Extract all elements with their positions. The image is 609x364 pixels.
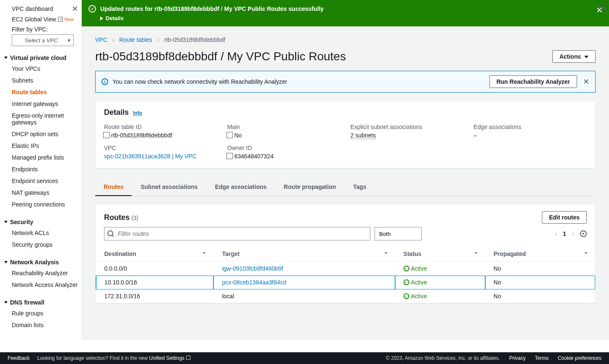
table-row[interactable]: 0.0.0.0/0 igw-09103fcb9fd460b9f ✓Active …: [96, 262, 595, 276]
routes-table: Destination Target Status Propagated 0.0…: [96, 246, 595, 303]
routes-title: Routes: [104, 213, 130, 222]
sidebar: VPC dashboard ✕ EC2 Global View New Filt…: [0, 0, 82, 340]
nav-egress-gateways[interactable]: Egress-only internet gateways: [4, 110, 81, 128]
search-icon: [107, 230, 113, 236]
routes-filter-select[interactable]: Both: [375, 227, 422, 240]
nav-group-analysis: Network Analysis Reachability Analyzer N…: [4, 257, 81, 291]
pager: ‹ 1 ›: [555, 230, 587, 238]
explicit-subnets-link[interactable]: 2 subnets: [351, 132, 376, 139]
table-row[interactable]: 172.31.0.0/16 local ✓Active No: [96, 289, 595, 303]
check-circle-icon: ✓: [88, 5, 96, 13]
footer-lang-text: Looking for language selection? Find it …: [37, 355, 190, 361]
nav-internet-gateways[interactable]: Internet gateways: [4, 98, 81, 110]
vpc-label: VPC: [104, 145, 217, 151]
nav-security-groups[interactable]: Security groups: [4, 239, 81, 250]
nav-reachability-analyzer[interactable]: Reachability Analyzer: [4, 267, 81, 279]
nav-group-header-vpc[interactable]: Virtual private cloud: [4, 53, 81, 63]
nav-endpoints[interactable]: Endpoints: [4, 163, 81, 175]
nav-subnets[interactable]: Subnets: [4, 75, 81, 86]
cell-status: ✓Active: [395, 289, 485, 303]
filter-vpc-select[interactable]: Select a VPC ▾: [12, 34, 74, 46]
caret-down-icon: [4, 221, 8, 223]
sort-icon: [384, 252, 388, 254]
breadcrumb-route-tables[interactable]: Route tables: [119, 36, 152, 43]
next-page-icon[interactable]: ›: [572, 230, 574, 238]
nav-your-vpcs[interactable]: Your VPCs: [4, 63, 81, 75]
unified-settings-link[interactable]: Unified Settings: [149, 355, 185, 361]
cell-status: ✓Active: [395, 262, 485, 276]
ec2-global-view-link[interactable]: EC2 Global View: [12, 16, 56, 23]
privacy-link[interactable]: Privacy: [509, 355, 526, 361]
col-status[interactable]: Status: [395, 246, 485, 262]
copy-icon[interactable]: [227, 154, 233, 159]
nav-network-access-analyzer[interactable]: Network Access Analyzer: [4, 279, 81, 291]
route-table-id-value: rtb-05d3189bf8debbbdf: [111, 132, 172, 139]
caret-down-icon: [584, 56, 588, 58]
main-label: Main: [227, 124, 341, 130]
edge-label: Edge associations: [474, 124, 587, 130]
check-circle-icon: ✓: [403, 279, 409, 285]
nav-elastic-ips[interactable]: Elastic IPs: [4, 140, 81, 152]
target-link[interactable]: pcx-08ceb1384aa3f84cd: [222, 279, 286, 286]
nav-group-vpc: Virtual private cloud Your VPCs Subnets …: [4, 53, 81, 210]
filter-routes-input[interactable]: [104, 227, 370, 240]
cell-target: local: [213, 289, 395, 303]
edit-routes-button[interactable]: Edit routes: [542, 211, 587, 224]
banner-title-text: Updated routes for rtb-05d3189bf8debbbdf…: [100, 5, 324, 12]
tab-edge-associations[interactable]: Edge associations: [206, 178, 275, 196]
banner-details-toggle[interactable]: Details: [100, 15, 602, 21]
nav-endpoint-services[interactable]: Endpoint services: [4, 175, 81, 187]
details-info-link[interactable]: Info: [133, 110, 142, 116]
help-icon[interactable]: i: [599, 3, 606, 11]
nav-group-dns: DNS firewall Rule groups Domain lists: [4, 297, 81, 331]
nav-network-acls[interactable]: Network ACLs: [4, 227, 81, 239]
copy-icon[interactable]: [104, 133, 109, 138]
nav-prefix-lists[interactable]: Managed prefix lists: [4, 152, 81, 163]
feedback-link[interactable]: Feedback: [8, 355, 30, 361]
breadcrumb-vpc[interactable]: VPC: [95, 36, 107, 43]
target-link[interactable]: igw-09103fcb9fd460b9f: [222, 265, 283, 272]
success-banner: ✓ Updated routes for rtb-05d3189bf8debbb…: [82, 0, 609, 26]
nav-nat-gateways[interactable]: NAT gateways: [4, 187, 81, 199]
cookie-preferences-link[interactable]: Cookie preferences: [558, 355, 601, 361]
col-destination[interactable]: Destination: [96, 246, 214, 262]
col-target[interactable]: Target: [213, 246, 395, 262]
nav-group-header-dns[interactable]: DNS firewall: [4, 297, 81, 307]
vpc-dashboard-link[interactable]: VPC dashboard: [12, 5, 53, 12]
run-reachability-button[interactable]: Run Reachability Analyzer: [489, 75, 577, 88]
cell-propagated: No: [485, 276, 595, 289]
routes-count: (3): [131, 214, 138, 221]
cell-target: pcx-08ceb1384aa3f84cd: [213, 276, 395, 289]
nav-route-tables[interactable]: Route tables: [4, 86, 81, 98]
tab-routes[interactable]: Routes: [95, 178, 132, 196]
nav-rule-groups[interactable]: Rule groups: [4, 307, 81, 319]
breadcrumb: VPC › Route tables › rtb-05d3189bf8debbb…: [95, 36, 596, 43]
nav-group-header-firewall[interactable]: Network Firewall: [4, 338, 81, 340]
terms-link[interactable]: Terms: [535, 355, 549, 361]
gear-icon[interactable]: [580, 230, 587, 237]
nav-domain-lists[interactable]: Domain lists: [4, 319, 81, 331]
copy-icon[interactable]: [227, 133, 233, 138]
nav-dhcp[interactable]: DHCP option sets: [4, 128, 81, 140]
tab-route-propagation[interactable]: Route propagation: [275, 178, 344, 196]
nav-peering[interactable]: Peering connections: [4, 199, 81, 210]
sort-icon: [203, 252, 206, 254]
prev-page-icon[interactable]: ‹: [555, 230, 557, 238]
nav-group-header-security[interactable]: Security: [4, 217, 81, 227]
nav-group-security: Security Network ACLs Security groups: [4, 217, 81, 250]
caret-down-icon: [4, 57, 8, 59]
details-title: Details: [104, 108, 129, 117]
close-icon[interactable]: ✕: [72, 4, 78, 13]
cell-destination: 0.0.0.0/0: [96, 262, 214, 276]
col-propagated[interactable]: Propagated: [485, 246, 595, 262]
cell-propagated: No: [485, 289, 595, 303]
vpc-link[interactable]: vpc-021b363911aca3628 | My VPC: [104, 153, 197, 160]
footer: Feedback Looking for language selection?…: [0, 352, 609, 364]
close-reachability-icon[interactable]: ✕: [583, 77, 589, 86]
tab-subnet-associations[interactable]: Subnet associations: [132, 178, 206, 196]
table-row[interactable]: 10.10.0.0/16 pcx-08ceb1384aa3f84cd ✓Acti…: [96, 276, 595, 289]
tabs: Routes Subnet associations Edge associat…: [95, 178, 596, 196]
nav-group-header-analysis[interactable]: Network Analysis: [4, 257, 81, 267]
tab-tags[interactable]: Tags: [344, 178, 375, 196]
actions-button[interactable]: Actions: [552, 50, 596, 63]
